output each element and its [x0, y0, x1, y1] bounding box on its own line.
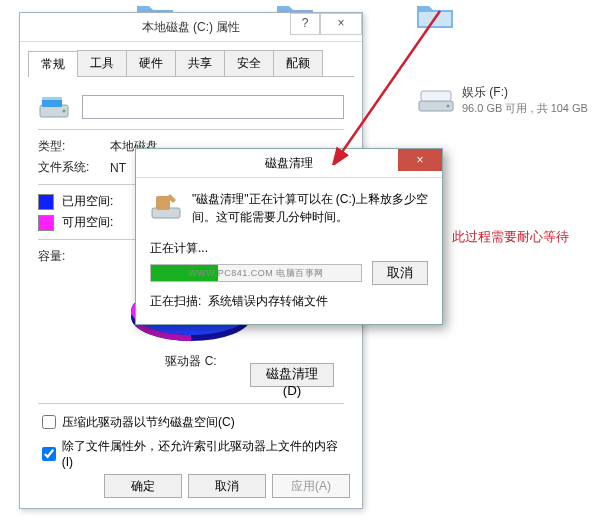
window-title: 本地磁盘 (C:) 属性: [142, 19, 241, 36]
index-checkbox[interactable]: [42, 447, 56, 461]
drive-icon: [38, 93, 70, 121]
legend-used-icon: [38, 194, 54, 210]
cleanup-close-button[interactable]: ×: [398, 149, 442, 171]
volume-name-input[interactable]: [82, 95, 344, 119]
titlebar: 本地磁盘 (C:) 属性 ? ×: [20, 13, 362, 42]
cleanup-titlebar: 磁盘清理 ×: [136, 149, 442, 178]
capacity-label: 容量:: [38, 248, 110, 265]
disk-cleanup-button[interactable]: 磁盘清理(D): [250, 363, 334, 387]
help-button[interactable]: ?: [290, 13, 320, 35]
fs-label: 文件系统:: [38, 159, 110, 176]
watermark: WWW.PC841.COM 电脑百事网: [151, 265, 361, 281]
cleanup-cancel-button[interactable]: 取消: [372, 261, 428, 285]
cleanup-icon: [150, 190, 182, 222]
svg-point-1: [447, 105, 450, 108]
compress-label: 压缩此驱动器以节约磁盘空间(C): [62, 414, 235, 431]
legend-free-icon: [38, 215, 54, 231]
used-label: 已用空间:: [62, 193, 113, 210]
svg-rect-10: [156, 196, 170, 210]
compress-checkbox[interactable]: [42, 415, 56, 429]
tabbar: 常规 工具 硬件 共享 安全 配额: [28, 50, 354, 77]
drive-list-item[interactable]: 娱乐 (F:) 96.0 GB 可用 , 共 104 GB: [418, 84, 588, 116]
tab-sharing[interactable]: 共享: [175, 50, 225, 76]
scan-value: 系统错误内存转储文件: [208, 293, 328, 310]
svg-rect-6: [42, 97, 62, 100]
cleanup-title: 磁盘清理: [265, 155, 313, 172]
drive-icon: [418, 87, 454, 113]
drive-detail: 96.0 GB 可用 , 共 104 GB: [462, 101, 588, 116]
annotation-text: 此过程需要耐心等待: [452, 228, 569, 246]
free-label: 可用空间:: [62, 214, 113, 231]
close-button[interactable]: ×: [320, 13, 362, 35]
tab-general[interactable]: 常规: [28, 51, 78, 77]
cleanup-message: "磁盘清理"正在计算可以在 (C:)上释放多少空间。这可能需要几分钟时间。: [192, 190, 428, 226]
progress-bar: WWW.PC841.COM 电脑百事网: [150, 264, 362, 282]
calculating-label: 正在计算...: [150, 240, 428, 257]
svg-rect-2: [421, 91, 451, 101]
tab-security[interactable]: 安全: [224, 50, 274, 76]
type-label: 类型:: [38, 138, 110, 155]
drive-name: 娱乐 (F:): [462, 84, 588, 101]
cleanup-dialog: 磁盘清理 × "磁盘清理"正在计算可以在 (C:)上释放多少空间。这可能需要几分…: [135, 148, 443, 325]
tab-quota[interactable]: 配额: [273, 50, 323, 76]
tab-tools[interactable]: 工具: [77, 50, 127, 76]
index-label: 除了文件属性外，还允许索引此驱动器上文件的内容(I): [62, 438, 344, 469]
scan-label: 正在扫描:: [150, 293, 208, 310]
apply-button: 应用(A): [272, 474, 350, 498]
svg-point-4: [62, 109, 65, 112]
bg-folder-icon: [415, 0, 455, 32]
tab-hardware[interactable]: 硬件: [126, 50, 176, 76]
ok-button[interactable]: 确定: [104, 474, 182, 498]
cancel-button[interactable]: 取消: [188, 474, 266, 498]
